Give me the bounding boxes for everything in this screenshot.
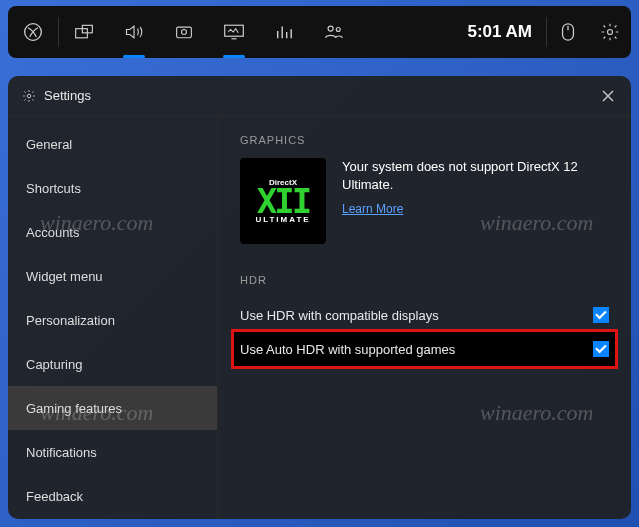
auto-hdr-row[interactable]: Use Auto HDR with supported games [234,332,615,366]
hdr-compatible-checkbox[interactable] [593,307,609,323]
graphics-message: Your system does not support DirectX 12 … [342,158,609,244]
svg-point-10 [608,30,613,35]
sidebar-shortcuts[interactable]: Shortcuts [8,166,217,210]
graphics-row: DirectX XII ULTIMATE Your system does no… [240,158,609,244]
hdr-section-label: HDR [240,274,609,286]
topbar-xbox[interactable] [8,6,58,58]
graphics-msg-line2: Ultimate. [342,177,393,192]
sidebar-gaming-features[interactable]: Gaming features [8,386,217,430]
game-bar-topbar: 5:01 AM [8,6,631,58]
settings-title: Settings [44,88,91,103]
learn-more-link[interactable]: Learn More [342,201,403,217]
auto-hdr-label: Use Auto HDR with supported games [240,342,455,357]
gear-icon [22,89,36,103]
svg-point-11 [27,94,31,98]
dx-tile-mid: XII [257,187,309,215]
gear-icon [600,22,620,42]
auto-hdr-checkbox[interactable] [593,341,609,357]
sidebar-accounts[interactable]: Accounts [8,210,217,254]
topbar-widgets[interactable] [59,6,109,58]
topbar-audio[interactable] [109,6,159,58]
settings-header: Settings [8,76,631,116]
settings-content: GRAPHICS DirectX XII ULTIMATE Your syste… [218,116,631,519]
speaker-icon [123,22,145,42]
topbar-social[interactable] [309,6,359,58]
sidebar-notifications[interactable]: Notifications [8,430,217,474]
sidebar-capturing[interactable]: Capturing [8,342,217,386]
settings-sidebar: General Shortcuts Accounts Widget menu P… [8,116,218,519]
topbar-settings[interactable] [589,6,631,58]
topbar-clock: 5:01 AM [453,22,546,42]
monitor-icon [223,23,245,41]
topbar-performance[interactable] [209,6,259,58]
svg-point-7 [336,28,340,32]
sidebar-personalization[interactable]: Personalization [8,298,217,342]
directx-tile: DirectX XII ULTIMATE [240,158,326,244]
dx-tile-bot: ULTIMATE [255,215,310,224]
close-button[interactable] [599,87,617,105]
settings-body: General Shortcuts Accounts Widget menu P… [8,116,631,519]
topbar-capture[interactable] [159,6,209,58]
svg-point-4 [182,30,187,35]
svg-rect-3 [177,27,192,38]
sidebar-widget-menu[interactable]: Widget menu [8,254,217,298]
widgets-icon [74,23,94,41]
camera-icon [174,23,194,41]
xbox-icon [23,22,43,42]
topbar-resources[interactable] [259,6,309,58]
mouse-icon [560,22,576,42]
svg-point-6 [328,26,333,31]
sidebar-general[interactable]: General [8,122,217,166]
close-icon [601,89,615,103]
hdr-compatible-row[interactable]: Use HDR with compatible displays [240,298,609,332]
sidebar-feedback[interactable]: Feedback [8,474,217,518]
bars-icon [275,23,293,41]
topbar-mouse[interactable] [547,6,589,58]
settings-panel: Settings General Shortcuts Accounts Widg… [8,76,631,519]
graphics-msg-line1: Your system does not support DirectX 12 [342,159,578,174]
people-icon [323,23,345,41]
hdr-compatible-label: Use HDR with compatible displays [240,308,439,323]
graphics-section-label: GRAPHICS [240,134,609,146]
